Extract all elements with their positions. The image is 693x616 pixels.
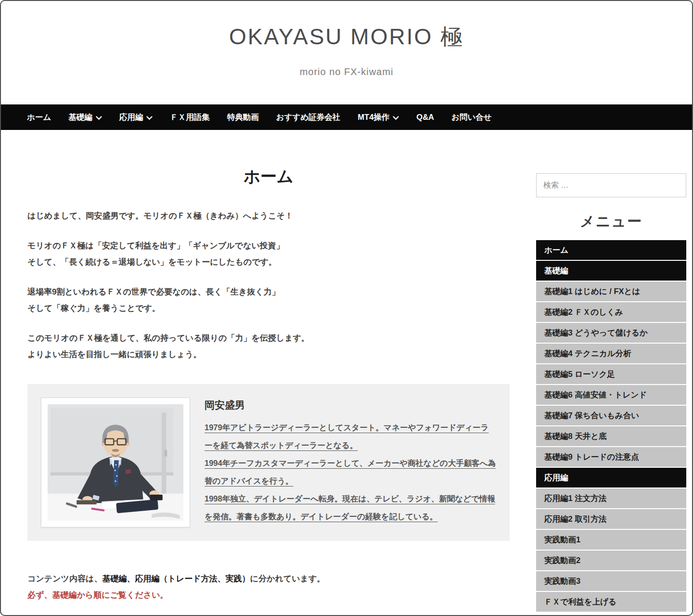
site-subtitle: morio no FX-kiwami (1, 66, 692, 77)
note-prefix: コンテンツ内容は、 (27, 574, 102, 583)
sidebar-item-basics-3[interactable]: 基礎編3 どうやって儲けるか (536, 323, 686, 343)
content-row: ホーム はじめまして、岡安盛男です。モリオのＦＸ極（きわみ）へようこそ！ モリオ… (1, 130, 692, 613)
nav-item-qa[interactable]: Q&A (416, 113, 434, 122)
nav-item-advanced[interactable]: 応用編 (119, 112, 153, 123)
nav-item-label: MT4操作 (358, 112, 389, 123)
sidebar-item-basics-1[interactable]: 基礎編1 はじめに / FXとは (536, 282, 686, 301)
note-suffix: に分かれています。 (250, 574, 325, 583)
nav-item-basics[interactable]: 基礎編 (68, 112, 102, 123)
note-bold: 基礎編、応用編（トレード方法、実践） (102, 574, 250, 583)
profile-name: 岡安盛男 (205, 398, 496, 412)
sidebar-item-home[interactable]: ホーム (536, 240, 686, 260)
sidebar-item-basics-4[interactable]: 基礎編4 テクニカル分析 (536, 344, 686, 363)
chevron-down-icon (96, 113, 102, 122)
sidebar-menu-heading: メニュー (536, 212, 686, 231)
intro-paragraph: はじめまして、岡安盛男です。モリオのＦＸ極（きわみ）へようこそ！ (27, 208, 510, 224)
nav-item-bonus-videos[interactable]: 特典動画 (227, 112, 259, 123)
nav-item-label: ホーム (27, 112, 51, 123)
nav-item-label: 応用編 (119, 112, 143, 123)
page-frame: OKAYASU MORIO 極 morio no FX-kiwami ホーム 基… (0, 0, 693, 616)
main-content: ホーム はじめまして、岡安盛男です。モリオのＦＸ極（きわみ）へようこそ！ モリオ… (27, 130, 510, 613)
profile-box: 岡安盛男 1979年アビトラージディーラーとしてスタート。マネーやフォワードディ… (27, 384, 510, 541)
intro-paragraphs: はじめまして、岡安盛男です。モリオのＦＸ極（きわみ）へようこそ！ モリオのＦＸ極… (27, 208, 510, 363)
site-title: OKAYASU MORIO 極 (1, 22, 692, 52)
content-note: コンテンツ内容は、基礎編、応用編（トレード方法、実践）に分かれています。 必ず、… (27, 571, 510, 603)
warning-text: 必ず、基礎編から順にご覧ください。 (27, 587, 510, 603)
nav-item-label: おすすめ証券会社 (276, 112, 341, 123)
intro-paragraph: 退場率9割といわれるＦＸの世界で必要なのは、長く「生き抜く力」 そして「稼ぐ力」… (27, 284, 510, 317)
nav-item-label: 特典動画 (227, 112, 259, 123)
sidebar-item-basics-9[interactable]: 基礎編9 トレードの注意点 (536, 447, 686, 467)
bio-link[interactable]: 1994年チーフカスタマーディーラーとして、メーカーや商社などの大手顧客へ為替の… (205, 454, 496, 490)
nav-item-label: 基礎編 (68, 112, 92, 123)
sidebar-item-practice-video-2[interactable]: 実践動画2 (536, 551, 686, 570)
intro-paragraph: このモリオのＦＸ極を通して、私の持っている限りの「力」を伝授します。 よりよい生… (27, 330, 510, 363)
nav-item-label: ＦＸ用語集 (170, 112, 210, 123)
sidebar-item-advanced[interactable]: 応用編 (536, 468, 686, 488)
sidebar-item-fx-profit[interactable]: ＦＸで利益を上げる (536, 592, 686, 612)
top-navigation: ホーム 基礎編 応用編 ＦＸ用語集 特典動画 おすすめ証券会社 MT4操作 Q&… (1, 104, 692, 130)
sidebar-item-basics-2[interactable]: 基礎編2 ＦＸのしくみ (536, 302, 686, 322)
sidebar-item-basics-5[interactable]: 基礎編5 ローソク足 (536, 364, 686, 384)
chevron-down-icon (393, 113, 399, 122)
sidebar-item-basics[interactable]: 基礎編 (536, 261, 686, 281)
intro-paragraph: モリオのＦＸ極は「安定して利益を出す」「ギャンブルでない投資」 そして、「長く続… (27, 238, 510, 270)
sidebar: メニュー ホーム 基礎編 基礎編1 はじめに / FXとは 基礎編2 ＦＸのしく… (536, 130, 686, 613)
sidebar-item-practice-video-3[interactable]: 実践動画3 (536, 571, 686, 591)
profile-text: 岡安盛男 1979年アビトラージディーラーとしてスタート。マネーやフォワードディ… (205, 398, 496, 526)
nav-item-contact[interactable]: お問い合せ (451, 112, 492, 123)
sidebar-item-advanced-2[interactable]: 応用編2 取引方法 (536, 509, 686, 529)
man-in-suit-at-desk-photo (48, 404, 183, 521)
site-header: OKAYASU MORIO 極 morio no FX-kiwami (1, 1, 692, 104)
sidebar-item-basics-7[interactable]: 基礎編7 保ち合いもみ合い (536, 406, 686, 425)
sidebar-item-basics-6[interactable]: 基礎編6 高値安値・トレンド (536, 385, 686, 405)
nav-item-label: Q&A (416, 113, 434, 122)
bio-link[interactable]: 1979年アビトラージディーラーとしてスタート。マネーやフォワードディーラーを経… (205, 419, 496, 454)
chevron-down-icon (146, 113, 153, 122)
nav-item-glossary[interactable]: ＦＸ用語集 (170, 112, 210, 123)
nav-item-label: お問い合せ (451, 112, 492, 123)
nav-item-home[interactable]: ホーム (27, 112, 51, 123)
nav-item-mt4[interactable]: MT4操作 (358, 112, 399, 123)
profile-photo (41, 398, 190, 527)
bio-link[interactable]: 1998年独立、デイトレーダーへ転身。現在は、テレビ、ラジオ、新聞などで情報を発… (205, 490, 496, 526)
nav-item-recommended-brokers[interactable]: おすすめ証券会社 (276, 112, 341, 123)
search-input[interactable] (536, 173, 686, 197)
sidebar-item-basics-8[interactable]: 基礎編8 天井と底 (536, 426, 686, 446)
sidebar-item-advanced-1[interactable]: 応用編1 注文方法 (536, 488, 686, 508)
sidebar-item-practice-video-1[interactable]: 実践動画1 (536, 530, 686, 550)
page-title: ホーム (27, 166, 510, 188)
sidebar-menu-list: ホーム 基礎編 基礎編1 はじめに / FXとは 基礎編2 ＦＸのしくみ 基礎編… (536, 240, 686, 612)
